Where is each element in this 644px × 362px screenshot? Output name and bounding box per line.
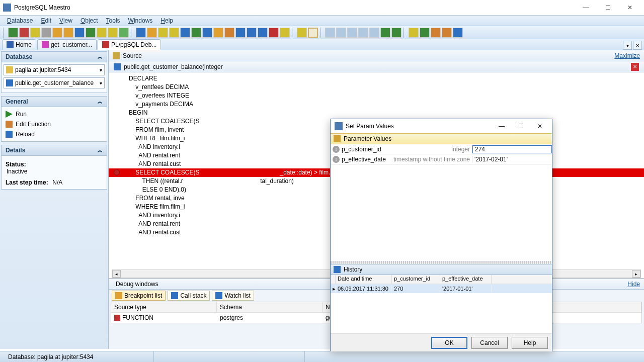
cube-icon[interactable] xyxy=(191,28,201,38)
breakpoint-marker[interactable] xyxy=(114,169,120,175)
hist-col-date[interactable]: Date and time xyxy=(336,275,392,284)
scroll-right-icon[interactable]: ▸ xyxy=(632,270,640,278)
window5-icon[interactable] xyxy=(369,28,379,38)
code-line[interactable]: DECLARE xyxy=(109,74,644,83)
edit3-icon[interactable] xyxy=(169,28,179,38)
scroll-left-icon[interactable]: ◂ xyxy=(112,270,121,278)
dialog-close-button[interactable]: ✕ xyxy=(532,120,548,132)
param-row[interactable]: ↕p_customer_idinteger 274 xyxy=(331,144,552,154)
tab-close-button[interactable]: ✕ xyxy=(633,41,642,50)
edit-icon[interactable] xyxy=(41,28,51,38)
filter-icon[interactable] xyxy=(297,28,307,38)
cancel-button[interactable]: Cancel xyxy=(471,337,508,349)
db-remove-icon[interactable] xyxy=(19,28,29,38)
grid-icon[interactable] xyxy=(52,28,62,38)
history-row[interactable]: ▸ 06.09.2017 11:31:30 270 '2017-01-01' xyxy=(331,284,552,293)
param-value-input[interactable]: 274 xyxy=(472,145,552,153)
reload-action[interactable]: Reload xyxy=(4,129,105,139)
minimize-button[interactable]: — xyxy=(575,0,597,15)
mail-icon[interactable] xyxy=(431,28,441,38)
image-icon[interactable] xyxy=(202,28,212,38)
back-icon[interactable] xyxy=(380,28,390,38)
param-name-cell: ↕p_customer_idinteger xyxy=(331,146,472,153)
general-panel-header[interactable]: General︽ xyxy=(1,96,107,107)
tool6-icon[interactable] xyxy=(247,28,257,38)
tool2-icon[interactable] xyxy=(108,28,118,38)
function-select[interactable]: public.get_customer_balance▾ xyxy=(4,77,105,88)
table-icon[interactable] xyxy=(63,28,73,38)
tab-call-stack[interactable]: Call stack xyxy=(168,291,210,301)
db-add-icon[interactable] xyxy=(8,28,18,38)
home-icon[interactable] xyxy=(409,28,419,38)
database-panel-header[interactable]: Database︽ xyxy=(1,51,107,62)
window4-icon[interactable] xyxy=(358,28,368,38)
gear-icon[interactable] xyxy=(280,28,290,38)
edit2-icon[interactable] xyxy=(158,28,168,38)
dialog-maximize-button[interactable]: ☐ xyxy=(513,120,529,132)
menu-edit[interactable]: Edit xyxy=(37,16,55,25)
db-icon[interactable] xyxy=(30,28,40,38)
help-button[interactable]: Help xyxy=(512,337,548,349)
menu-database[interactable]: Database xyxy=(3,16,37,25)
code-line[interactable]: v_overfees INTEGE xyxy=(109,92,644,100)
menu-windows[interactable]: Windows xyxy=(124,16,157,25)
dialog-minimize-button[interactable]: — xyxy=(494,120,510,132)
code-line[interactable]: BEGIN xyxy=(109,109,644,117)
details-panel-header[interactable]: Details︽ xyxy=(1,145,107,156)
box-icon[interactable] xyxy=(224,28,234,38)
function-name: public.get_customer_balance(integer xyxy=(124,63,223,70)
bug-icon[interactable] xyxy=(269,28,279,38)
code-line[interactable]: v_payments DECIMA xyxy=(109,100,644,109)
run-action[interactable]: Run xyxy=(4,109,105,119)
tab-breakpoint-list[interactable]: Breakpoint list xyxy=(112,291,166,301)
col-source-type[interactable]: Source type xyxy=(111,302,217,312)
tool5-icon[interactable] xyxy=(235,28,246,38)
col-schema[interactable]: Schema xyxy=(217,302,323,312)
globe-icon[interactable] xyxy=(180,28,190,38)
forward-icon[interactable] xyxy=(391,28,401,38)
query-icon[interactable] xyxy=(74,28,85,38)
help-icon[interactable] xyxy=(453,28,463,38)
window3-icon[interactable] xyxy=(347,28,357,38)
tool7-icon[interactable] xyxy=(258,28,268,38)
close-button[interactable]: ✕ xyxy=(619,0,641,15)
toolbar-sep xyxy=(320,28,323,38)
ok-button[interactable]: OK xyxy=(431,337,467,349)
tab-get-customer[interactable]: get_customer... xyxy=(37,39,97,50)
tab-dropdown-button[interactable]: ▾ xyxy=(623,41,632,50)
dialog-buttons: OK Cancel Help xyxy=(331,333,552,351)
run-icon[interactable] xyxy=(86,28,96,38)
filter-active-icon[interactable] xyxy=(308,28,318,38)
web-icon[interactable] xyxy=(420,28,430,38)
menu-view[interactable]: View xyxy=(55,16,76,25)
tab-home[interactable]: Home xyxy=(2,39,36,50)
param-row[interactable]: ↕p_effective_datetimestamp without time … xyxy=(331,154,552,164)
close-function-button[interactable]: ✕ xyxy=(631,63,639,71)
maximize-link[interactable]: Maximize xyxy=(614,52,640,59)
hist-col-date2[interactable]: p_effective_date xyxy=(440,275,492,284)
mail2-icon[interactable] xyxy=(442,28,452,38)
window-icon[interactable] xyxy=(325,28,335,38)
menu-help[interactable]: Help xyxy=(156,16,177,25)
maximize-button[interactable]: ☐ xyxy=(597,0,619,15)
window2-icon[interactable] xyxy=(336,28,346,38)
param-value-input[interactable]: '2017-02-01' xyxy=(472,156,552,163)
hist-cell: '2017-01-01' xyxy=(440,285,492,292)
hist-col-customer[interactable]: p_customer_id xyxy=(392,275,440,284)
tab-watch-list[interactable]: Watch list xyxy=(212,291,254,301)
chart-icon[interactable] xyxy=(147,28,157,38)
watch-icon xyxy=(215,292,222,299)
tool3-icon[interactable] xyxy=(119,28,129,38)
dialog-icon xyxy=(335,122,343,130)
panel-title: Database xyxy=(6,53,32,60)
tool-icon[interactable] xyxy=(97,28,107,38)
edit-function-action[interactable]: Edit Function xyxy=(4,119,105,129)
tool4-icon[interactable] xyxy=(213,28,223,38)
doc-icon[interactable] xyxy=(136,28,146,38)
database-select[interactable]: pagila at jupiter:5434▾ xyxy=(4,64,105,75)
menu-object[interactable]: Object xyxy=(76,16,102,25)
tab-debugger[interactable]: PL/pgSQL Deb... xyxy=(98,39,161,50)
menu-tools[interactable]: Tools xyxy=(102,16,124,25)
code-line[interactable]: v_rentfees DECIMA xyxy=(109,83,644,92)
hide-link[interactable]: Hide xyxy=(627,281,640,288)
